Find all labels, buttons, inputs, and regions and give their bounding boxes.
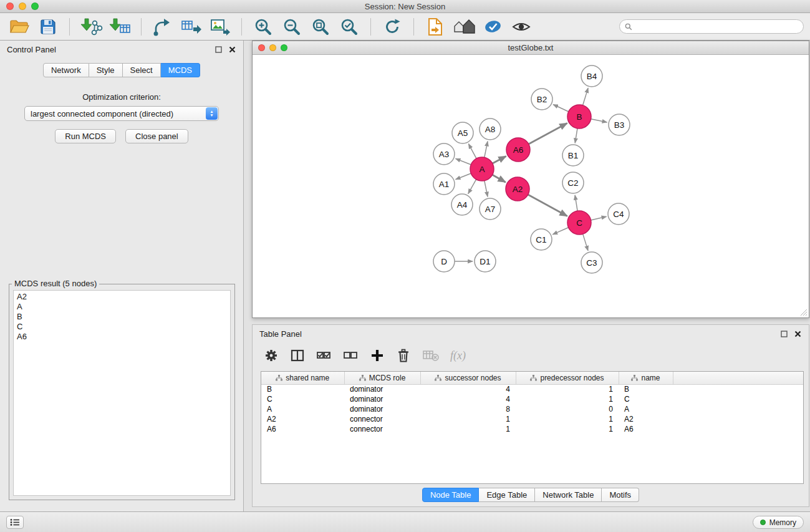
cell[interactable]: B: [261, 384, 344, 394]
zoom-out-button[interactable]: [279, 15, 305, 39]
document-button[interactable]: [422, 15, 448, 39]
table-tab-edge-table[interactable]: Edge Table: [479, 488, 535, 502]
settings-gear-button[interactable]: [264, 347, 279, 364]
cell[interactable]: connector: [344, 424, 420, 434]
network-edge[interactable]: [485, 142, 488, 158]
close-panel-action-button[interactable]: Close panel: [125, 129, 188, 143]
cell[interactable]: dominator: [344, 394, 420, 404]
network-edge[interactable]: [583, 88, 589, 105]
export-network-button[interactable]: [150, 15, 176, 39]
optimization-criterion-select[interactable]: largest connected component (directed) ▲…: [24, 106, 219, 121]
split-panel-button[interactable]: [290, 347, 305, 364]
network-edge[interactable]: [485, 181, 488, 197]
network-close-icon[interactable]: [258, 44, 265, 51]
control-tab-network[interactable]: Network: [43, 63, 89, 77]
cell[interactable]: 4: [420, 384, 516, 394]
network-edge[interactable]: [468, 144, 476, 159]
cell[interactable]: 1: [516, 424, 619, 434]
column-header-predecessor-nodes[interactable]: predecessor nodes: [516, 372, 619, 384]
delete-column-button[interactable]: [396, 347, 411, 364]
network-node-C3[interactable]: C3: [581, 252, 602, 273]
save-button[interactable]: [35, 15, 61, 39]
float-panel-button[interactable]: [215, 46, 223, 54]
cell[interactable]: 0: [516, 404, 619, 414]
network-edge[interactable]: [575, 195, 577, 211]
refresh-button[interactable]: [379, 15, 405, 39]
table-float-panel-button[interactable]: [780, 330, 788, 338]
open-folder-button[interactable]: [6, 15, 32, 39]
memory-button[interactable]: Memory: [753, 516, 804, 529]
network-node-B3[interactable]: B3: [609, 114, 630, 135]
column-header-successor-nodes[interactable]: successor nodes: [420, 372, 516, 384]
table-row[interactable]: A6connector11A6: [261, 424, 803, 434]
control-tab-mcds[interactable]: MCDS: [161, 63, 200, 77]
mcds-result-list[interactable]: A2ABCA6: [13, 290, 231, 496]
zoom-selected-button[interactable]: [336, 15, 362, 39]
cell[interactable]: 1: [516, 384, 619, 394]
table-tab-node-table[interactable]: Node Table: [422, 488, 480, 502]
cell[interactable]: 4: [420, 394, 516, 404]
column-header-name[interactable]: name: [619, 372, 673, 384]
network-node-A6[interactable]: A6: [506, 138, 530, 162]
deselect-all-button[interactable]: [343, 347, 359, 364]
node-table[interactable]: shared name MCDS role successor nodes pr…: [261, 371, 804, 484]
cell[interactable]: B: [619, 384, 673, 394]
search-input[interactable]: [635, 22, 798, 31]
network-node-B1[interactable]: B1: [562, 145, 584, 166]
table-row[interactable]: Adominator80A: [261, 404, 803, 414]
cell[interactable]: 1: [420, 424, 516, 434]
network-edge[interactable]: [583, 234, 588, 251]
cell[interactable]: A2: [261, 414, 344, 424]
network-edge[interactable]: [553, 105, 569, 112]
cell[interactable]: 1: [516, 394, 619, 404]
network-edge[interactable]: [529, 123, 567, 145]
network-node-A1[interactable]: A1: [433, 173, 455, 195]
network-edge[interactable]: [493, 175, 506, 182]
import-network-button[interactable]: [78, 15, 104, 39]
table-row[interactable]: Cdominator41C: [261, 394, 803, 404]
add-column-button[interactable]: [370, 347, 385, 364]
network-canvas[interactable]: B4 B2 B B3 A8 A5 A6 B1 A3 A C2 A1 A2 A4 …: [253, 56, 808, 317]
network-edge[interactable]: [456, 158, 471, 165]
network-edge[interactable]: [528, 195, 567, 216]
run-mcds-button[interactable]: Run MCDS: [55, 129, 116, 143]
cell[interactable]: dominator: [344, 404, 420, 414]
network-node-A2[interactable]: A2: [506, 177, 529, 201]
zoom-fit-button[interactable]: [307, 15, 334, 39]
network-edge[interactable]: [591, 119, 607, 122]
table-tab-motifs[interactable]: Motifs: [602, 488, 639, 502]
network-node-C4[interactable]: C4: [608, 203, 629, 225]
network-minimize-icon[interactable]: [269, 44, 276, 51]
network-node-A7[interactable]: A7: [480, 198, 501, 220]
network-node-C2[interactable]: C2: [562, 172, 584, 193]
network-edge[interactable]: [468, 180, 476, 194]
network-node-A4[interactable]: A4: [451, 194, 473, 215]
network-node-A8[interactable]: A8: [480, 118, 501, 140]
cell[interactable]: dominator: [344, 384, 420, 394]
minimize-window-icon[interactable]: [19, 2, 26, 10]
network-window-titlebar[interactable]: testGlobe.txt: [253, 41, 809, 55]
import-table-button[interactable]: [107, 15, 133, 39]
check-badge-button[interactable]: [480, 15, 506, 39]
close-panel-button[interactable]: [228, 46, 236, 54]
delete-table-button[interactable]: [422, 347, 439, 364]
network-node-C1[interactable]: C1: [531, 229, 552, 250]
export-table-button[interactable]: [178, 15, 205, 39]
search-field[interactable]: [619, 19, 804, 34]
network-node-B4[interactable]: B4: [581, 65, 602, 87]
close-window-icon[interactable]: [6, 2, 14, 10]
network-node-B[interactable]: B: [567, 105, 591, 128]
select-all-button[interactable]: [316, 347, 332, 364]
cell[interactable]: A: [261, 404, 344, 414]
control-tab-style[interactable]: Style: [89, 63, 123, 77]
network-node-C[interactable]: C: [567, 211, 591, 235]
column-header-MCDS-role[interactable]: MCDS role: [344, 372, 420, 384]
network-edge[interactable]: [552, 228, 568, 235]
network-node-A3[interactable]: A3: [433, 143, 455, 165]
table-row[interactable]: Bdominator41B: [261, 384, 803, 394]
cell[interactable]: 8: [420, 404, 516, 414]
network-node-D1[interactable]: D1: [475, 251, 496, 272]
resize-grip[interactable]: [799, 308, 808, 316]
cell[interactable]: A6: [261, 424, 344, 434]
table-close-panel-button[interactable]: [794, 330, 802, 338]
